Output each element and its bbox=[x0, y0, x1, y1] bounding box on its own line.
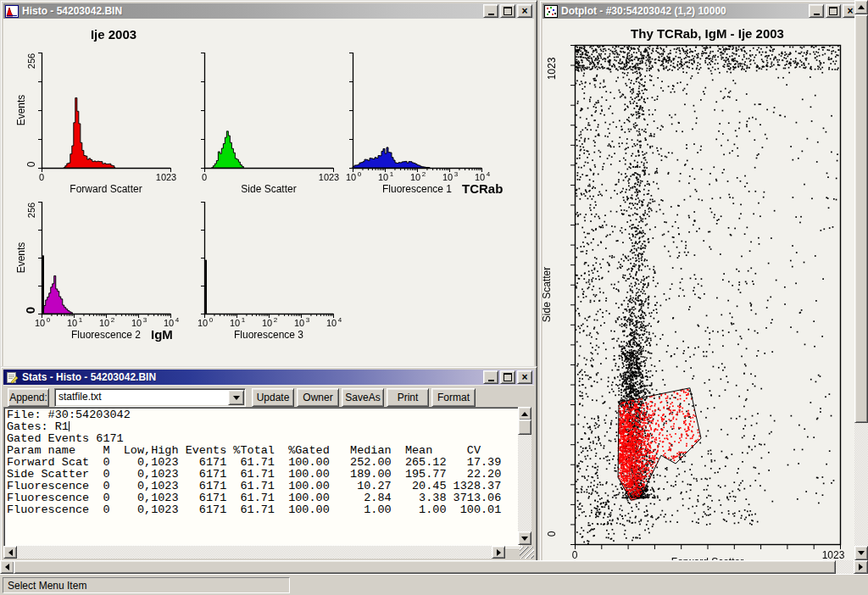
stats-text-line: Gates: R1 bbox=[7, 421, 521, 433]
histogram-window-icon bbox=[5, 5, 19, 18]
append-button[interactable]: Append: bbox=[8, 388, 49, 407]
stats-text-line: Param name M Low,High Events %Total %Gat… bbox=[7, 445, 521, 457]
histo-minimize-button[interactable] bbox=[483, 4, 498, 18]
scroll-down-button[interactable] bbox=[854, 546, 868, 560]
append-filename-input[interactable] bbox=[58, 391, 220, 403]
chevron-down-icon bbox=[233, 396, 240, 403]
arrow-left-icon bbox=[2, 564, 9, 570]
histo-client-area: Ije 2003 bbox=[3, 19, 534, 371]
stats-text-area[interactable]: File: #30:54203042Gates: R1Gated Events … bbox=[3, 407, 522, 548]
histo-window: Histo - 54203042.BIN × Ije 2003 bbox=[0, 0, 537, 375]
stats-window: Stats - Histo - 54203042.BIN × Append: U… bbox=[0, 366, 537, 560]
dotplot-canvas[interactable] bbox=[542, 19, 860, 560]
stats-text-line: Fluorescence 0 0,1023 6171 61.71 100.00 … bbox=[7, 504, 521, 516]
stats-maximize-button[interactable] bbox=[500, 370, 515, 384]
histo-titlebar[interactable]: Histo - 54203042.BIN × bbox=[3, 3, 534, 19]
scroll-left-button[interactable] bbox=[0, 560, 14, 574]
combobox-dropdown-button[interactable] bbox=[228, 390, 244, 405]
arrow-down-icon bbox=[858, 551, 865, 559]
text-caret bbox=[69, 421, 70, 431]
dotplot-window-icon bbox=[544, 5, 558, 18]
scrollbar-thumb[interactable] bbox=[854, 14, 868, 423]
arrow-down-icon bbox=[521, 537, 528, 544]
status-message: Select Menu Item bbox=[3, 577, 290, 593]
saveas-button[interactable]: SaveAs bbox=[342, 388, 384, 407]
scrollbar-thumb[interactable] bbox=[518, 420, 531, 435]
stats-window-icon bbox=[5, 371, 19, 384]
stats-toolbar: Append: Update Owner SaveAs Print Format bbox=[3, 385, 534, 408]
dotplot-chart-title: Thy TCRab, IgM - Ije 2003 bbox=[575, 26, 840, 41]
append-filename-combobox[interactable] bbox=[54, 388, 246, 407]
minimize-icon bbox=[488, 14, 494, 15]
stats-text-line: Forward Scat 0 0,1023 6171 61.71 100.00 … bbox=[7, 457, 521, 469]
stats-close-button[interactable]: × bbox=[517, 370, 532, 384]
dotplot-titlebar[interactable]: Dotplot - #30:54203042 (1,2) 10000 × bbox=[542, 3, 860, 19]
arrow-right-icon bbox=[859, 564, 866, 570]
arrow-right-icon bbox=[497, 549, 504, 556]
stats-text-line: Side Scatter 0 0,1023 6171 61.71 100.00 … bbox=[7, 469, 521, 481]
dotplot-minimize-button[interactable] bbox=[809, 4, 824, 18]
histo-maximize-button[interactable] bbox=[500, 4, 515, 18]
dotplot-maximize-button[interactable] bbox=[826, 4, 841, 18]
resize-grip[interactable] bbox=[520, 547, 534, 559]
scrollbar-thumb[interactable] bbox=[14, 560, 836, 574]
maximize-icon bbox=[504, 373, 512, 381]
histo-close-button[interactable]: × bbox=[517, 4, 532, 18]
scroll-left-button[interactable] bbox=[3, 546, 17, 559]
maximize-icon bbox=[829, 7, 837, 15]
stats-text-line: Gated Events 6171 bbox=[7, 433, 521, 445]
scroll-right-button[interactable] bbox=[492, 546, 505, 559]
application-window: Histo - 54203042.BIN × Ije 2003 bbox=[0, 0, 868, 595]
scroll-up-button[interactable] bbox=[518, 407, 531, 420]
app-vertical-scrollbar[interactable] bbox=[854, 0, 868, 560]
dotplot-window: Dotplot - #30:54203042 (1,2) 10000 × Thy… bbox=[539, 0, 863, 560]
dotplot-client-area: Thy TCRab, IgM - Ije 2003 bbox=[542, 19, 860, 560]
minimize-icon bbox=[814, 14, 820, 15]
arrow-up-icon bbox=[521, 409, 528, 416]
histo-window-title: Histo - 54203042.BIN bbox=[22, 5, 122, 17]
stats-text-line: Fluorescence 0 0,1023 6171 61.71 100.00 … bbox=[7, 492, 521, 504]
stats-window-title: Stats - Histo - 54203042.BIN bbox=[22, 371, 156, 383]
scroll-down-button[interactable] bbox=[518, 531, 531, 545]
mdi-client-area: Histo - 54203042.BIN × Ije 2003 bbox=[0, 0, 868, 560]
histo-chart-title: Ije 2003 bbox=[33, 27, 194, 42]
arrow-left-icon bbox=[5, 549, 13, 556]
stats-minimize-button[interactable] bbox=[483, 370, 498, 384]
owner-button[interactable]: Owner bbox=[297, 388, 339, 407]
maximize-icon bbox=[504, 7, 512, 15]
stats-titlebar[interactable]: Stats - Histo - 54203042.BIN × bbox=[3, 370, 534, 385]
status-bar: Select Menu Item bbox=[0, 574, 868, 595]
arrow-up-icon bbox=[858, 2, 865, 9]
stats-horizontal-scrollbar[interactable] bbox=[3, 546, 505, 559]
stats-vertical-scrollbar[interactable] bbox=[518, 407, 531, 545]
minimize-icon bbox=[488, 380, 494, 381]
app-horizontal-scrollbar[interactable] bbox=[0, 560, 868, 574]
stats-text-line: Fluorescence 0 0,1023 6171 61.71 100.00 … bbox=[7, 481, 521, 492]
stats-text-line: File: #30:54203042 bbox=[7, 409, 521, 421]
update-button[interactable]: Update bbox=[252, 388, 294, 407]
scroll-right-button[interactable] bbox=[854, 560, 868, 574]
dotplot-window-title: Dotplot - #30:54203042 (1,2) 10000 bbox=[561, 5, 726, 17]
scroll-up-button[interactable] bbox=[854, 0, 868, 14]
format-button[interactable]: Format bbox=[431, 388, 476, 407]
histograms-canvas bbox=[3, 19, 534, 371]
print-button[interactable]: Print bbox=[387, 388, 429, 407]
